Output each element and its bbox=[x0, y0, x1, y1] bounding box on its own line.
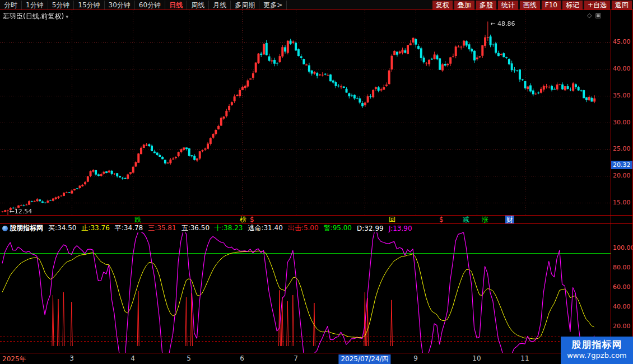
tab-30min[interactable]: 30分钟 bbox=[105, 1, 135, 10]
ind-stop: 止:33.76 bbox=[81, 223, 109, 233]
kline-canvas[interactable] bbox=[0, 10, 611, 215]
ind-m10: 十:38.23 bbox=[215, 223, 243, 233]
ticker-strip: 跌榜$回$减涨财 bbox=[0, 215, 633, 224]
watermark: 股朋指标网 www.7gpzb.com bbox=[561, 337, 633, 364]
xaxis-label: 7 bbox=[294, 354, 298, 362]
tab-monthly[interactable]: 月线 bbox=[209, 1, 231, 10]
date-axis: 2025年345672025/07/24/四91011 bbox=[0, 353, 633, 364]
btn-overlay[interactable]: 叠加 bbox=[454, 1, 474, 10]
indicator-axis-label: 20.00 bbox=[613, 323, 631, 330]
ticker-item-8[interactable]: 财 bbox=[505, 216, 514, 223]
indicator-axis: 100.0080.0060.0040.0020.00 bbox=[613, 0, 633, 364]
btn-f10[interactable]: F10 bbox=[542, 1, 561, 10]
indicator-brand-label: 股朋指标网 bbox=[10, 223, 43, 233]
tab-more[interactable]: 更多> bbox=[259, 1, 287, 10]
tab-15min[interactable]: 15分钟 bbox=[74, 1, 104, 10]
btn-draw[interactable]: 画线 bbox=[520, 1, 540, 10]
ind-attack: 出击:5.00 bbox=[288, 223, 319, 233]
xaxis-label: 4 bbox=[131, 354, 135, 362]
ind-warn: 警:95.00 bbox=[324, 223, 352, 233]
ind-avg: 平:34.78 bbox=[115, 223, 143, 233]
ticker-item-4[interactable]: 回 bbox=[389, 216, 395, 223]
indicator-axis-label: 40.00 bbox=[613, 303, 631, 310]
ind-d: D:32.99 bbox=[357, 225, 384, 232]
xaxis-label: 10 bbox=[472, 354, 481, 362]
toolbar-actions: 复权叠加多股统计画线F10标记+自选返回 bbox=[431, 1, 633, 10]
ind-m5: 五:36.50 bbox=[181, 223, 210, 233]
ind-j: J:13.90 bbox=[389, 225, 412, 232]
tab-multi-period[interactable]: 多周期 bbox=[231, 1, 259, 10]
indicator-header: 股朋指标网 买:34.50止:33.76平:34.78三:35.81五:36.5… bbox=[0, 224, 611, 232]
chart-corner-icons: ◇▣ bbox=[584, 12, 601, 19]
btn-adjust[interactable]: 复权 bbox=[432, 1, 453, 10]
indicator-canvas[interactable] bbox=[0, 232, 611, 353]
brand-logo-icon bbox=[2, 226, 8, 231]
ticker-item-7[interactable]: 涨 bbox=[482, 216, 488, 223]
tab-1min[interactable]: 1分钟 bbox=[22, 1, 48, 10]
tab-60min[interactable]: 60分钟 bbox=[135, 1, 165, 10]
xaxis-date-highlight: 2025/07/24/四 bbox=[338, 354, 390, 364]
chart-title[interactable]: 若羽臣(日线,前复权)▾ bbox=[3, 12, 68, 21]
tab-realtime[interactable]: 分时 bbox=[0, 1, 22, 10]
stock-app-window: 分时1分钟5分钟15分钟30分钟60分钟日线周线月线多周期更多> 复权叠加多股统… bbox=[0, 0, 633, 364]
xaxis-label: 3 bbox=[69, 354, 74, 362]
btn-mark[interactable]: 标记 bbox=[562, 1, 583, 10]
top-toolbar: 分时1分钟5分钟15分钟30分钟60分钟日线周线月线多周期更多> 复权叠加多股统… bbox=[0, 0, 633, 10]
indicator-axis-label: 100.00 bbox=[613, 244, 633, 251]
chevron-down-icon: ▾ bbox=[66, 13, 68, 20]
ticker-item-1[interactable]: 跌 bbox=[134, 216, 141, 223]
chart-title-text: 若羽臣(日线,前复权) bbox=[3, 12, 64, 20]
price-tag: 20.32 bbox=[611, 161, 632, 169]
ticker-item-2[interactable]: 榜 bbox=[240, 216, 246, 223]
window-restore-icon[interactable]: ▣ bbox=[595, 12, 601, 19]
tab-5min[interactable]: 5分钟 bbox=[48, 1, 75, 10]
ticker-item-5[interactable]: $ bbox=[439, 216, 444, 223]
xaxis-label: 9 bbox=[413, 354, 418, 362]
watermark-url: www.7gpzb.com bbox=[561, 351, 633, 360]
ticker-item-6[interactable]: 减 bbox=[463, 216, 469, 223]
ind-m3: 三:35.81 bbox=[148, 223, 176, 233]
watermark-title: 股朋指标网 bbox=[561, 338, 633, 351]
xaxis-label: 2025年 bbox=[2, 354, 26, 364]
axis-divider-line bbox=[611, 10, 611, 364]
tab-daily[interactable]: 日线 bbox=[165, 1, 187, 10]
indicator-brand: 股朋指标网 bbox=[2, 223, 43, 233]
xaxis-label: 5 bbox=[187, 354, 191, 362]
btn-stats[interactable]: 统计 bbox=[498, 1, 518, 10]
xaxis-label: 6 bbox=[240, 354, 244, 362]
diamond-icon[interactable]: ◇ bbox=[587, 12, 592, 19]
xaxis-label: 11 bbox=[520, 354, 529, 362]
indicator-axis-label: 60.00 bbox=[613, 283, 631, 291]
indicator-axis-label: 80.00 bbox=[613, 264, 631, 271]
btn-add-watchlist[interactable]: +自选 bbox=[584, 1, 610, 10]
ticker-item-3[interactable]: $ bbox=[250, 216, 254, 223]
tab-weekly[interactable]: 周线 bbox=[187, 1, 209, 10]
ind-buy: 买:34.50 bbox=[48, 223, 76, 233]
ind-escape: 逃命:31.40 bbox=[248, 223, 282, 233]
period-tabs: 分时1分钟5分钟15分钟30分钟60分钟日线周线月线多周期更多> bbox=[0, 1, 287, 10]
btn-multi-stock[interactable]: 多股 bbox=[476, 1, 496, 10]
